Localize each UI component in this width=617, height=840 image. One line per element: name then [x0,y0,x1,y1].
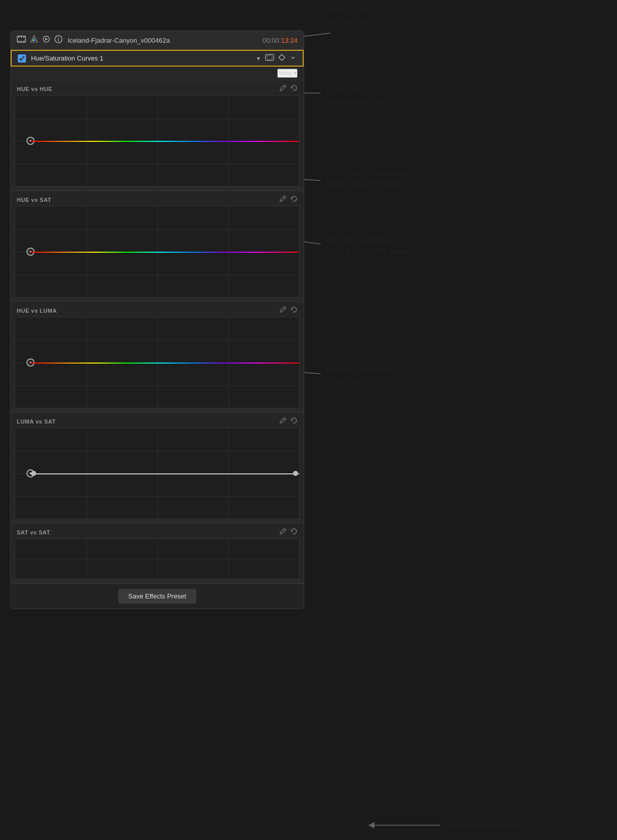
timecode-value: 13:24 [281,37,298,44]
curve-header-hue-vs-hue: HUE vs HUE [11,80,304,95]
endpoint-right-luma-vs-sat[interactable] [293,471,298,476]
endpoint-left-luma-vs-sat[interactable] [31,471,36,476]
curve-label-hue-vs-hue: HUE vs HUE [17,86,52,92]
effect-name: Hue/Saturation Curves 1 [31,54,252,62]
film-icon[interactable] [17,36,26,45]
curve-actions-hue-vs-hue [279,84,298,93]
timecode-prefix: 00:00: [262,37,281,44]
svg-rect-8 [21,36,22,38]
grid-sat-vs-sat [15,539,299,579]
curve-header-hue-vs-sat: HUE vs SAT [11,191,304,206]
color-icon[interactable] [30,35,38,45]
info-icon[interactable]: i [54,35,63,45]
svg-rect-11 [21,41,22,42]
timecode: 00:00:13:24 [262,37,298,44]
svg-rect-12 [23,41,24,42]
curve-actions-hue-vs-sat [279,195,298,204]
audio-icon[interactable] [42,35,50,45]
mask-icon[interactable] [265,54,274,63]
effect-header: Hue/Saturation Curves 1 ▾ [11,50,304,67]
curve-header-sat-vs-sat: SAT vs SAT [11,524,304,538]
curve-label-sat-vs-sat: SAT vs SAT [17,529,50,535]
rainbow-line-hue-vs-luma [31,363,299,364]
reset-icon-sat-vs-sat[interactable] [290,528,298,536]
save-effects-preset-button[interactable]: Save Effects Preset [118,589,196,604]
panel-wrapper: i Iceland-Fjadrar-Canyon_v000462a 00:00:… [0,0,617,609]
view-bar: View ▾ [11,67,304,80]
svg-line-27 [283,418,285,420]
expand-icon[interactable] [289,54,297,63]
svg-text:i: i [58,37,60,42]
curve-actions-hue-vs-luma [279,306,298,315]
effect-icons [265,54,297,63]
svg-rect-19 [267,55,272,59]
eyedropper-icon-hue-vs-hue[interactable] [279,84,286,93]
curve-header-luma-vs-sat: LUMA vs SAT [11,413,304,428]
clip-name: Iceland-Fjadrar-Canyon_v000462a [68,37,257,44]
reset-icon-hue-vs-hue[interactable] [290,84,298,93]
svg-line-21 [283,86,285,87]
eyedropper-icon-sat-vs-sat[interactable] [279,528,286,536]
white-line-luma-vs-sat [31,473,299,474]
curve-canvas-sat-vs-sat[interactable] [15,538,300,579]
eyedropper-icon-hue-vs-luma[interactable] [279,306,286,315]
rainbow-line-hue-vs-sat [31,252,299,253]
effect-enable-checkbox[interactable] [18,54,26,63]
curve-header-hue-vs-luma: HUE vs LUMA [11,302,304,317]
top-bar-icons: i [17,35,63,45]
curve-section-sat-vs-sat: SAT vs SAT [11,523,304,579]
effect-chevron[interactable]: ▾ [257,55,260,62]
view-chevron: ▾ [293,70,297,77]
eyedropper-icon-hue-vs-sat[interactable] [279,195,286,204]
curve-actions-luma-vs-sat [279,417,298,426]
curve-section-hue-vs-sat: HUE vs SAT [11,191,304,297]
curve-section-luma-vs-sat: LUMA vs SAT [11,412,304,519]
svg-line-29 [283,529,285,531]
bottom-bar: Save Effects Preset [11,583,304,609]
curve-canvas-hue-vs-hue[interactable] [15,95,300,187]
curve-section-hue-vs-luma: HUE vs LUMA [11,302,304,408]
eyedropper-icon-luma-vs-sat[interactable] [279,417,286,426]
curve-label-luma-vs-sat: LUMA vs SAT [17,418,55,425]
svg-rect-10 [18,41,19,42]
curve-canvas-hue-vs-sat[interactable] [15,206,300,297]
curve-label-hue-vs-sat: HUE vs SAT [17,197,51,203]
reset-icon-hue-vs-luma[interactable] [290,306,298,315]
svg-rect-9 [23,36,24,38]
panel: i Iceland-Fjadrar-Canyon_v000462a 00:00:… [10,31,304,609]
keyframe-icon[interactable] [278,54,285,63]
main-container: Choose or addcolor corrections. Switch b… [0,0,617,840]
curve-actions-sat-vs-sat [279,528,298,536]
view-label: View [278,70,291,77]
svg-line-23 [283,197,285,198]
svg-rect-7 [18,36,19,38]
reset-icon-luma-vs-sat[interactable] [290,417,298,426]
curve-label-hue-vs-luma: HUE vs LUMA [17,308,57,314]
curve-section-hue-vs-hue: HUE vs HUE [11,80,304,187]
svg-marker-20 [279,54,285,61]
svg-line-25 [283,308,285,309]
curve-canvas-luma-vs-sat[interactable] [15,428,300,519]
curve-canvas-hue-vs-luma[interactable] [15,317,300,408]
reset-icon-hue-vs-sat[interactable] [290,195,298,204]
top-bar: i Iceland-Fjadrar-Canyon_v000462a 00:00:… [11,31,304,50]
view-button[interactable]: View ▾ [277,69,298,78]
annotation-create-preset: Create an effects preset. [443,821,520,831]
rainbow-line-hue-vs-hue [31,141,299,142]
